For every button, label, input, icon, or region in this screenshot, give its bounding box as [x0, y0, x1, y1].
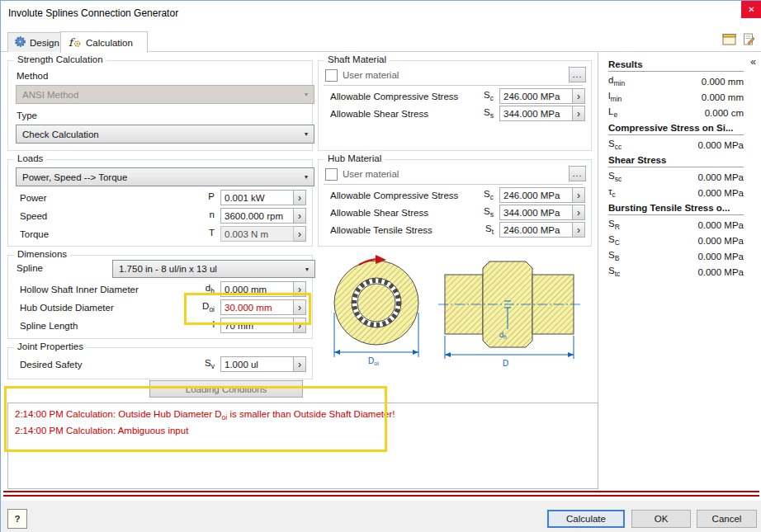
chevron-down-icon: ▾ [305, 173, 308, 181]
result-value: 0.000 MPa [697, 236, 744, 246]
design-icon [15, 36, 26, 49]
result-row-le: Le 0.000 cm [608, 105, 744, 120]
result-value: 0.000 MPa [697, 267, 744, 277]
loads-group: Loads Power, Speed --> Torque ▾ Power P … [7, 159, 313, 247]
doi-spin-button[interactable]: › [294, 299, 306, 315]
spline-length-row: Spline Length l 70 mm › [20, 318, 306, 333]
window-title: Involute Splines Connection Generator [8, 7, 178, 19]
strength-calculation-group: Strength Calculation Method ANSI Method … [7, 60, 313, 151]
spline-length-input[interactable]: 70 mm [220, 318, 294, 333]
shaft-material-field-underline [324, 85, 583, 86]
result-row-tauc: τc 0.000 MPa [608, 185, 744, 200]
hub-shear-stress-input[interactable]: 344.000 MPa [499, 205, 573, 220]
torque-input: 0.003 N m [220, 226, 294, 242]
shaft-compressive-stress-row: Allowable Compressive Stress Sc 246.000 … [330, 88, 585, 104]
chevron-down-icon: ▾ [305, 266, 309, 273]
tab-calculation[interactable]: f Calculation [60, 31, 148, 53]
hub-user-material-label: User material [343, 169, 399, 179]
shaft-material-browse-button[interactable]: ... [569, 67, 586, 82]
collapse-panel-button[interactable]: « [747, 55, 759, 68]
dimensions-group: Dimensions Spline 1.750 in - 8 ul/in x 1… [7, 255, 313, 339]
side-view: dh D [438, 261, 580, 368]
dialog-window-icon[interactable] [721, 31, 738, 48]
result-symbol: SC [608, 234, 620, 247]
torque-row: Torque T 0.003 N m › [20, 226, 306, 242]
ok-button[interactable]: OK [631, 510, 691, 528]
sc-symbol: Sc [472, 90, 499, 102]
load-mode-select[interactable]: Power, Speed --> Torque ▾ [16, 167, 314, 186]
result-row-sr: SR 0.000 MPa [608, 217, 744, 233]
result-symbol: Scc [608, 139, 622, 151]
hub-outside-diameter-input[interactable]: 30.000 mm [220, 299, 294, 315]
shaft-shear-stress-input[interactable]: 344.000 MPa [499, 106, 573, 121]
footer: ? Calculate OK Cancel [1, 501, 761, 532]
hub-outside-diameter-row: Hub Outside Diameter Doi 30.000 mm › [20, 299, 306, 315]
hub-tensile-stress-input[interactable]: 246.000 MPa [499, 222, 573, 238]
hub-material-legend: Hub Material [324, 153, 385, 163]
spline-diagram: Doi dh D [329, 253, 585, 369]
result-value: 0.000 MPa [697, 220, 744, 230]
fx-icon: f [68, 36, 82, 49]
hub-user-material-checkbox[interactable] [325, 168, 338, 181]
shaft-material-legend: Shaft Material [324, 54, 390, 64]
hub-st-spin-button[interactable]: › [573, 222, 585, 238]
cancel-button[interactable]: Cancel [697, 510, 757, 528]
power-symbol: P [193, 191, 220, 204]
shaft-ss-spin-button[interactable]: › [573, 106, 585, 121]
sv-symbol: Sv [193, 358, 220, 370]
power-spin-button[interactable]: › [294, 190, 306, 205]
title-bar: Involute Splines Connection Generator ✕ [1, 1, 761, 26]
l-spin-button[interactable]: › [294, 318, 306, 333]
loading-conditions-button[interactable]: Loading Conditions [149, 380, 303, 398]
joint-properties-group: Joint Properties Desired Safety Sv 1.000… [7, 347, 313, 379]
joint-properties-legend: Joint Properties [14, 341, 87, 351]
ss-symbol: Ss [472, 107, 499, 120]
hub-tensile-stress-label: Allowable Tensile Stress [330, 225, 472, 235]
involute-splines-dialog: Involute Splines Connection Generator ✕ … [0, 0, 761, 532]
shaft-sc-spin-button[interactable]: › [573, 88, 585, 104]
hub-user-material-row: User material [325, 167, 399, 181]
chevron-down-icon: ▾ [305, 130, 308, 138]
speed-input[interactable]: 3600.000 rpm [220, 208, 294, 224]
d-dimension-label: D [503, 359, 508, 368]
torque-spin-button[interactable]: › [294, 226, 306, 242]
results-section-header-shear: Shear Stress [608, 153, 744, 167]
result-symbol: Le [608, 106, 617, 119]
result-value: 0.000 mm [702, 77, 744, 87]
chevron-down-icon: ▾ [305, 91, 308, 98]
hub-sc-spin-button[interactable]: › [573, 187, 585, 203]
power-input[interactable]: 0.001 kW [220, 190, 294, 205]
hub-ss-spin-button[interactable]: › [573, 205, 585, 220]
calculate-button[interactable]: Calculate [547, 510, 625, 528]
spline-select[interactable]: 1.750 in - 8 ul/in x 13 ul ▾ [112, 260, 315, 278]
result-row-sb: SB 0.000 MPa [608, 248, 744, 264]
help-button[interactable]: ? [7, 509, 27, 529]
shaft-user-material-checkbox[interactable] [325, 69, 338, 82]
speed-spin-button[interactable]: › [294, 208, 306, 224]
calculation-type-select[interactable]: Check Calculation ▾ [16, 125, 314, 144]
result-value: 0.000 MPa [697, 188, 744, 198]
desired-safety-input[interactable]: 1.000 ul [220, 356, 294, 372]
front-view: Doi [334, 255, 418, 366]
power-label: Power [20, 193, 193, 203]
close-button[interactable]: ✕ [741, 1, 761, 18]
hub-compressive-stress-label: Allowable Compressive Stress [330, 191, 472, 200]
st-symbol: St [472, 224, 499, 236]
dimensions-legend: Dimensions [14, 249, 70, 259]
shaft-user-material-row: User material [325, 68, 399, 82]
hub-material-field-underline [324, 184, 583, 185]
page-pencil-icon[interactable] [740, 31, 757, 48]
results-section-header-bursting: Bursting Tensile Stress o... [608, 200, 744, 215]
hub-compressive-stress-input[interactable]: 246.000 MPa [499, 187, 573, 203]
dh-spin-button[interactable]: › [294, 281, 306, 297]
results-header: Results [608, 57, 744, 72]
power-row: Power P 0.001 kW › [20, 190, 306, 205]
tab-design-label: Design [30, 38, 59, 48]
shaft-compressive-stress-input[interactable]: 246.000 MPa [499, 88, 573, 104]
hub-tensile-stress-row: Allowable Tensile Stress St 246.000 MPa … [330, 222, 585, 238]
hub-material-browse-button[interactable]: ... [569, 166, 586, 181]
shaft-material-group: Shaft Material User material ... Allowab… [318, 60, 592, 151]
sv-spin-button[interactable]: › [294, 356, 306, 372]
hollow-shaft-inner-diameter-input[interactable]: 0.000 mm [220, 281, 294, 297]
dh-symbol: dh [193, 283, 220, 295]
